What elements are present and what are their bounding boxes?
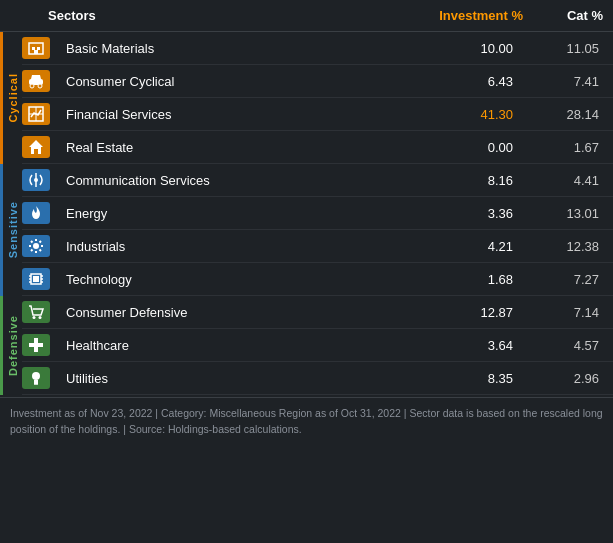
footnote: Investment as of Nov 23, 2022 | Category… — [0, 397, 613, 446]
svg-rect-2 — [37, 47, 40, 50]
gear-icon — [22, 235, 50, 257]
cat-value: 7.14 — [523, 305, 603, 320]
sector-name: Technology — [58, 272, 423, 287]
sector-name: Consumer Defensive — [58, 305, 423, 320]
investment-value: 8.35 — [423, 371, 523, 386]
table-row: Technology1.687.27 — [22, 263, 613, 296]
investment-value: 10.00 — [423, 41, 523, 56]
cart-icon — [22, 301, 50, 323]
svg-point-28 — [32, 372, 40, 380]
svg-point-24 — [33, 316, 36, 319]
table-row: Communication Services8.164.41 — [22, 164, 613, 197]
group-label-sensitive: Sensitive — [0, 164, 22, 296]
table-row: Real Estate0.001.67 — [22, 131, 613, 164]
chip-icon — [22, 268, 50, 290]
header-cat: Cat % — [523, 8, 603, 23]
svg-point-15 — [33, 243, 39, 249]
sector-name: Healthcare — [58, 338, 423, 353]
sector-table: Sectors Investment % Cat % CyclicalBasic… — [0, 0, 613, 446]
svg-point-6 — [30, 84, 34, 88]
sector-name: Utilities — [58, 371, 423, 386]
building-icon — [22, 37, 50, 59]
cat-value: 13.01 — [523, 206, 603, 221]
investment-value: 3.36 — [423, 206, 523, 221]
cat-value: 4.41 — [523, 173, 603, 188]
table-row: Basic Materials10.0011.05 — [22, 32, 613, 65]
table-row: Consumer Defensive12.877.14 — [22, 296, 613, 329]
sector-name: Financial Services — [58, 107, 423, 122]
cat-value: 7.41 — [523, 74, 603, 89]
investment-value: 4.21 — [423, 239, 523, 254]
cat-value: 7.27 — [523, 272, 603, 287]
bulb-icon — [22, 367, 50, 389]
cat-value: 2.96 — [523, 371, 603, 386]
table-row: Energy3.3613.01 — [22, 197, 613, 230]
group-label-text-sensitive: Sensitive — [7, 201, 19, 258]
table-row: Financial Services41.3028.14 — [22, 98, 613, 131]
group-label-text-cyclical: Cyclical — [7, 73, 19, 123]
cat-value: 28.14 — [523, 107, 603, 122]
group-rows-defensive: Consumer Defensive12.877.14Healthcare3.6… — [22, 296, 613, 395]
svg-point-7 — [38, 84, 42, 88]
cat-value: 4.57 — [523, 338, 603, 353]
svg-rect-17 — [33, 276, 39, 282]
table-row: Healthcare3.644.57 — [22, 329, 613, 362]
table-row: Consumer Cyclical6.437.41 — [22, 65, 613, 98]
table-header: Sectors Investment % Cat % — [0, 0, 613, 32]
svg-marker-5 — [31, 75, 41, 79]
header-investment: Investment % — [423, 8, 523, 23]
group-label-cyclical: Cyclical — [0, 32, 22, 164]
group-rows-sensitive: Communication Services8.164.41Energy3.36… — [22, 164, 613, 296]
svg-point-14 — [34, 178, 38, 182]
header-sectors: Sectors — [10, 8, 423, 23]
home-icon — [22, 136, 50, 158]
group-label-text-defensive: Defensive — [7, 315, 19, 376]
flame-icon — [22, 202, 50, 224]
svg-rect-1 — [32, 47, 35, 50]
investment-value: 12.87 — [423, 305, 523, 320]
group-label-defensive: Defensive — [0, 296, 22, 395]
investment-value: 6.43 — [423, 74, 523, 89]
chart-icon — [22, 103, 50, 125]
sector-name: Industrials — [58, 239, 423, 254]
investment-value: 3.64 — [423, 338, 523, 353]
table-body: CyclicalBasic Materials10.0011.05Consume… — [0, 32, 613, 395]
sector-name: Consumer Cyclical — [58, 74, 423, 89]
investment-value: 8.16 — [423, 173, 523, 188]
sector-name: Communication Services — [58, 173, 423, 188]
table-row: Industrials4.2112.38 — [22, 230, 613, 263]
sector-name: Basic Materials — [58, 41, 423, 56]
cross-icon — [22, 334, 50, 356]
sector-name: Energy — [58, 206, 423, 221]
cat-value: 12.38 — [523, 239, 603, 254]
svg-point-25 — [39, 316, 42, 319]
car-icon — [22, 70, 50, 92]
svg-rect-3 — [34, 50, 38, 54]
group-rows-cyclical: Basic Materials10.0011.05Consumer Cyclic… — [22, 32, 613, 164]
investment-value: 41.30 — [423, 107, 523, 122]
cat-value: 1.67 — [523, 140, 603, 155]
investment-value: 0.00 — [423, 140, 523, 155]
signal-icon — [22, 169, 50, 191]
svg-rect-12 — [34, 149, 38, 154]
group-defensive: DefensiveConsumer Defensive12.877.14Heal… — [0, 296, 613, 395]
investment-value: 1.68 — [423, 272, 523, 287]
table-row: Utilities8.352.96 — [22, 362, 613, 395]
group-cyclical: CyclicalBasic Materials10.0011.05Consume… — [0, 32, 613, 164]
svg-rect-27 — [29, 343, 43, 347]
group-sensitive: SensitiveCommunication Services8.164.41E… — [0, 164, 613, 296]
sector-name: Real Estate — [58, 140, 423, 155]
cat-value: 11.05 — [523, 41, 603, 56]
